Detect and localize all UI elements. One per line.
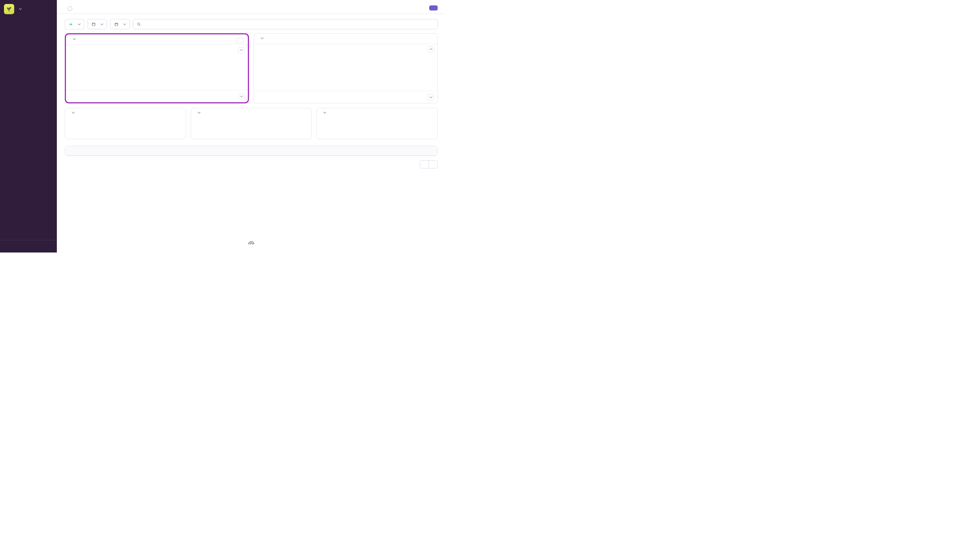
chevron-down-icon — [429, 95, 432, 98]
cold-startup-chart — [334, 118, 433, 135]
chevron-down-icon — [261, 36, 264, 39]
warm-startup-widget — [191, 108, 312, 139]
project-filter-dropdown[interactable] — [65, 19, 84, 29]
environment-icon — [92, 22, 96, 26]
y-axis-labels — [256, 55, 266, 88]
chevron-down-icon — [323, 111, 326, 114]
transactions-table — [65, 146, 438, 156]
view-trends-button[interactable] — [429, 5, 438, 11]
y-axis-labels — [70, 118, 77, 135]
next-page-button[interactable] — [429, 160, 438, 168]
chevron-down-icon — [72, 111, 75, 114]
widget-row-1 — [65, 33, 438, 103]
widget-header — [254, 34, 437, 44]
sidebar-bottom — [0, 237, 57, 240]
widget-transaction-row — [254, 44, 437, 55]
chevron-down-icon — [123, 22, 126, 25]
content-area — [57, 14, 446, 168]
widget-transaction-row — [254, 91, 437, 103]
date-range-dropdown[interactable] — [110, 19, 130, 29]
expand-row-button[interactable] — [428, 94, 434, 100]
sentry-logo — [247, 238, 255, 246]
widget-row-2 — [65, 108, 438, 139]
widget-transaction-row — [66, 90, 248, 102]
chart-area — [70, 118, 182, 135]
cold-startup-widget — [316, 108, 438, 139]
y-axis-labels — [321, 118, 334, 135]
chart-area — [321, 118, 433, 135]
collapse-row-button[interactable] — [428, 46, 434, 53]
sidebar — [0, 0, 57, 252]
page-header — [57, 0, 446, 11]
collapse-button[interactable] — [0, 240, 57, 252]
calendar-icon — [114, 22, 119, 26]
chevron-down-icon — [101, 22, 103, 25]
chart-area — [196, 118, 307, 135]
search-icon — [137, 22, 141, 26]
widget-header — [66, 34, 248, 45]
chart-area — [254, 55, 437, 89]
app-root — [0, 0, 446, 252]
plant-icon — [6, 6, 12, 12]
chevron-up-icon — [429, 48, 432, 51]
avg-ttids-widget — [65, 33, 249, 103]
chevron-down-icon — [19, 7, 22, 10]
android-project-icon — [69, 22, 73, 26]
previous-page-button[interactable] — [420, 160, 429, 168]
chevron-down-icon — [198, 111, 200, 114]
warm-startup-chart — [202, 118, 307, 135]
view-all-button[interactable] — [236, 38, 244, 43]
chevron-down-icon — [240, 95, 243, 98]
chevron-down-icon — [73, 37, 76, 40]
org-switcher[interactable] — [0, 0, 57, 18]
page-footer — [57, 234, 446, 252]
widget-transaction-row — [66, 45, 248, 56]
environment-filter-dropdown[interactable] — [88, 19, 107, 29]
help-icon[interactable] — [67, 6, 72, 11]
pagination — [65, 160, 438, 168]
main-content — [57, 0, 446, 252]
filter-bar — [65, 19, 438, 29]
chevron-up-icon — [240, 50, 243, 52]
chart-area — [66, 56, 248, 90]
search-box — [133, 19, 438, 29]
search-input[interactable] — [143, 22, 434, 26]
org-logo — [4, 4, 14, 14]
table-header — [65, 146, 437, 156]
collapse-row-button[interactable] — [238, 47, 244, 53]
tpm-chart — [77, 118, 182, 135]
y-axis-labels — [68, 56, 79, 89]
frozen-frames-widget — [254, 33, 438, 103]
sidebar-spacer — [0, 18, 57, 237]
chevron-down-icon — [78, 22, 81, 25]
y-axis-labels — [196, 118, 202, 135]
frozen-frames-chart — [266, 55, 434, 88]
tpm-widget — [65, 108, 186, 139]
expand-row-button[interactable] — [238, 93, 244, 99]
avg-ttids-chart — [79, 56, 244, 89]
